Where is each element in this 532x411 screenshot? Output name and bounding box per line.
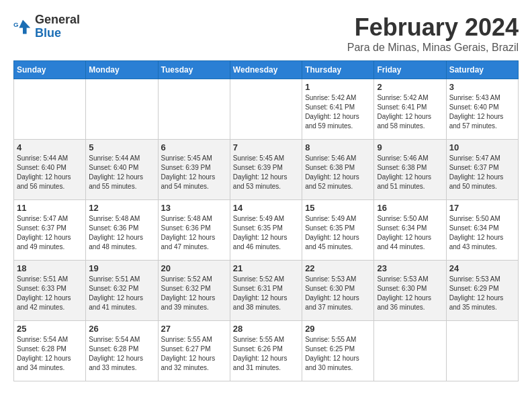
location-title: Para de Minas, Minas Gerais, Brazil bbox=[347, 42, 519, 54]
day-number: 4 bbox=[17, 142, 83, 152]
day-number: 22 bbox=[305, 263, 371, 273]
calendar-week-3: 18Sunrise: 5:51 AMSunset: 6:33 PMDayligh… bbox=[14, 261, 519, 321]
calendar-cell: 5Sunrise: 5:44 AMSunset: 6:40 PMDaylight… bbox=[86, 140, 158, 200]
day-number: 28 bbox=[233, 324, 299, 334]
day-info: Sunrise: 5:55 AMSunset: 6:27 PMDaylight:… bbox=[161, 335, 227, 373]
calendar-cell: 22Sunrise: 5:53 AMSunset: 6:30 PMDayligh… bbox=[302, 261, 374, 321]
calendar-cell: 24Sunrise: 5:53 AMSunset: 6:29 PMDayligh… bbox=[446, 261, 518, 321]
day-number: 24 bbox=[449, 263, 515, 273]
day-info: Sunrise: 5:42 AMSunset: 6:41 PMDaylight:… bbox=[377, 93, 443, 131]
day-info: Sunrise: 5:51 AMSunset: 6:33 PMDaylight:… bbox=[17, 275, 83, 312]
calendar-cell bbox=[374, 321, 446, 381]
calendar-cell: 4Sunrise: 5:44 AMSunset: 6:40 PMDaylight… bbox=[14, 140, 86, 200]
day-number: 13 bbox=[161, 203, 227, 213]
day-number: 14 bbox=[233, 203, 299, 213]
day-number: 6 bbox=[161, 142, 227, 152]
calendar-cell: 2Sunrise: 5:42 AMSunset: 6:41 PMDaylight… bbox=[374, 79, 446, 140]
day-number: 1 bbox=[305, 82, 371, 92]
day-info: Sunrise: 5:50 AMSunset: 6:34 PMDaylight:… bbox=[377, 214, 443, 252]
calendar-cell: 20Sunrise: 5:52 AMSunset: 6:32 PMDayligh… bbox=[158, 261, 230, 321]
day-info: Sunrise: 5:48 AMSunset: 6:36 PMDaylight:… bbox=[89, 214, 154, 252]
day-number: 16 bbox=[377, 203, 443, 213]
weekday-header-wednesday: Wednesday bbox=[230, 61, 302, 79]
title-area: February 2024 Para de Minas, Minas Gerai… bbox=[347, 13, 519, 54]
day-info: Sunrise: 5:46 AMSunset: 6:38 PMDaylight:… bbox=[377, 154, 443, 191]
calendar-cell: 19Sunrise: 5:51 AMSunset: 6:32 PMDayligh… bbox=[86, 261, 158, 321]
day-info: Sunrise: 5:52 AMSunset: 6:31 PMDaylight:… bbox=[233, 275, 299, 312]
day-number: 15 bbox=[305, 203, 371, 213]
day-number: 17 bbox=[449, 203, 515, 213]
calendar-cell: 8Sunrise: 5:46 AMSunset: 6:38 PMDaylight… bbox=[302, 140, 374, 200]
weekday-header-saturday: Saturday bbox=[446, 61, 518, 79]
page-header: G General Blue February 2024 Para de Min… bbox=[13, 13, 519, 54]
logo: G General Blue bbox=[13, 13, 80, 40]
weekday-header-tuesday: Tuesday bbox=[158, 61, 230, 79]
day-number: 10 bbox=[449, 142, 515, 152]
day-info: Sunrise: 5:51 AMSunset: 6:32 PMDaylight:… bbox=[89, 275, 154, 312]
calendar-table: SundayMondayTuesdayWednesdayThursdayFrid… bbox=[13, 60, 519, 381]
logo-text: General Blue bbox=[35, 13, 80, 40]
calendar-cell: 13Sunrise: 5:48 AMSunset: 6:36 PMDayligh… bbox=[158, 200, 230, 261]
calendar-week-1: 4Sunrise: 5:44 AMSunset: 6:40 PMDaylight… bbox=[14, 140, 519, 200]
calendar-cell bbox=[14, 79, 86, 140]
day-number: 19 bbox=[89, 263, 154, 273]
day-number: 5 bbox=[89, 142, 154, 152]
day-number: 18 bbox=[17, 263, 83, 273]
day-info: Sunrise: 5:54 AMSunset: 6:28 PMDaylight:… bbox=[89, 335, 154, 373]
day-info: Sunrise: 5:49 AMSunset: 6:35 PMDaylight:… bbox=[233, 214, 299, 252]
weekday-header-friday: Friday bbox=[374, 61, 446, 79]
day-info: Sunrise: 5:53 AMSunset: 6:30 PMDaylight:… bbox=[305, 275, 371, 312]
calendar-week-4: 25Sunrise: 5:54 AMSunset: 6:28 PMDayligh… bbox=[14, 321, 519, 381]
calendar-cell: 1Sunrise: 5:42 AMSunset: 6:41 PMDaylight… bbox=[302, 79, 374, 140]
day-info: Sunrise: 5:55 AMSunset: 6:26 PMDaylight:… bbox=[233, 335, 299, 373]
calendar-cell: 10Sunrise: 5:47 AMSunset: 6:37 PMDayligh… bbox=[446, 140, 518, 200]
calendar-cell bbox=[86, 79, 158, 140]
day-info: Sunrise: 5:53 AMSunset: 6:29 PMDaylight:… bbox=[449, 275, 515, 312]
calendar-week-2: 11Sunrise: 5:47 AMSunset: 6:37 PMDayligh… bbox=[14, 200, 519, 261]
day-info: Sunrise: 5:52 AMSunset: 6:32 PMDaylight:… bbox=[161, 275, 227, 312]
calendar-cell: 25Sunrise: 5:54 AMSunset: 6:28 PMDayligh… bbox=[14, 321, 86, 381]
day-number: 26 bbox=[89, 324, 154, 334]
day-info: Sunrise: 5:44 AMSunset: 6:40 PMDaylight:… bbox=[89, 154, 154, 191]
logo-icon: G bbox=[13, 17, 32, 36]
day-info: Sunrise: 5:47 AMSunset: 6:37 PMDaylight:… bbox=[449, 154, 515, 191]
day-info: Sunrise: 5:55 AMSunset: 6:25 PMDaylight:… bbox=[305, 335, 371, 373]
day-number: 23 bbox=[377, 263, 443, 273]
svg-marker-1 bbox=[19, 19, 30, 34]
day-info: Sunrise: 5:53 AMSunset: 6:30 PMDaylight:… bbox=[377, 275, 443, 312]
day-info: Sunrise: 5:42 AMSunset: 6:41 PMDaylight:… bbox=[305, 93, 371, 131]
calendar-cell: 14Sunrise: 5:49 AMSunset: 6:35 PMDayligh… bbox=[230, 200, 302, 261]
calendar-cell: 16Sunrise: 5:50 AMSunset: 6:34 PMDayligh… bbox=[374, 200, 446, 261]
calendar-cell: 29Sunrise: 5:55 AMSunset: 6:25 PMDayligh… bbox=[302, 321, 374, 381]
day-info: Sunrise: 5:54 AMSunset: 6:28 PMDaylight:… bbox=[17, 335, 83, 373]
day-number: 3 bbox=[449, 82, 515, 92]
day-info: Sunrise: 5:47 AMSunset: 6:37 PMDaylight:… bbox=[17, 214, 83, 252]
calendar-cell bbox=[230, 79, 302, 140]
day-number: 12 bbox=[89, 203, 154, 213]
calendar-cell: 15Sunrise: 5:49 AMSunset: 6:35 PMDayligh… bbox=[302, 200, 374, 261]
day-info: Sunrise: 5:45 AMSunset: 6:39 PMDaylight:… bbox=[233, 154, 299, 191]
day-number: 2 bbox=[377, 82, 443, 92]
weekday-header-row: SundayMondayTuesdayWednesdayThursdayFrid… bbox=[14, 61, 519, 79]
calendar-cell: 18Sunrise: 5:51 AMSunset: 6:33 PMDayligh… bbox=[14, 261, 86, 321]
calendar-cell: 6Sunrise: 5:45 AMSunset: 6:39 PMDaylight… bbox=[158, 140, 230, 200]
calendar-week-0: 1Sunrise: 5:42 AMSunset: 6:41 PMDaylight… bbox=[14, 79, 519, 140]
calendar-cell: 3Sunrise: 5:43 AMSunset: 6:40 PMDaylight… bbox=[446, 79, 518, 140]
calendar-cell: 17Sunrise: 5:50 AMSunset: 6:34 PMDayligh… bbox=[446, 200, 518, 261]
day-info: Sunrise: 5:45 AMSunset: 6:39 PMDaylight:… bbox=[161, 154, 227, 191]
weekday-header-sunday: Sunday bbox=[14, 61, 86, 79]
day-number: 9 bbox=[377, 142, 443, 152]
logo-line2: Blue bbox=[35, 27, 80, 40]
calendar-cell: 23Sunrise: 5:53 AMSunset: 6:30 PMDayligh… bbox=[374, 261, 446, 321]
day-number: 11 bbox=[17, 203, 83, 213]
calendar-cell: 11Sunrise: 5:47 AMSunset: 6:37 PMDayligh… bbox=[14, 200, 86, 261]
calendar-cell: 26Sunrise: 5:54 AMSunset: 6:28 PMDayligh… bbox=[86, 321, 158, 381]
calendar-cell: 27Sunrise: 5:55 AMSunset: 6:27 PMDayligh… bbox=[158, 321, 230, 381]
day-info: Sunrise: 5:44 AMSunset: 6:40 PMDaylight:… bbox=[17, 154, 83, 191]
day-number: 29 bbox=[305, 324, 371, 334]
weekday-header-monday: Monday bbox=[86, 61, 158, 79]
calendar-cell: 21Sunrise: 5:52 AMSunset: 6:31 PMDayligh… bbox=[230, 261, 302, 321]
calendar-cell bbox=[158, 79, 230, 140]
calendar-cell: 28Sunrise: 5:55 AMSunset: 6:26 PMDayligh… bbox=[230, 321, 302, 381]
day-number: 8 bbox=[305, 142, 371, 152]
